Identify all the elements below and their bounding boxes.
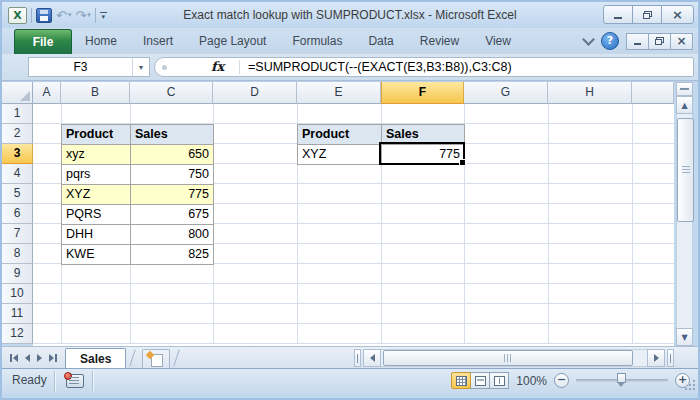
tab-page-layout[interactable]: Page Layout (186, 29, 279, 54)
column-headers: A B C D E F G H (2, 82, 674, 104)
column-header-e[interactable]: E (297, 82, 381, 104)
column-header-a[interactable]: A (33, 82, 61, 104)
normal-view-icon (456, 376, 467, 386)
previous-sheet-button[interactable] (25, 354, 30, 362)
row-header-8[interactable]: 8 (2, 244, 33, 264)
zoom-in-button[interactable]: + (675, 373, 690, 388)
horizontal-scroll-track[interactable] (381, 349, 647, 367)
column-header-h[interactable]: H (548, 82, 632, 104)
status-mode: Ready (12, 373, 47, 387)
page-layout-view-button[interactable] (470, 372, 490, 389)
arrow-left-icon (370, 354, 375, 362)
row-header-10[interactable]: 10 (2, 284, 33, 304)
row-header-5[interactable]: 5 (2, 184, 33, 204)
cell-c5[interactable]: 775 (131, 185, 214, 205)
insert-function-icon[interactable]: fx (211, 59, 224, 74)
zoom-level[interactable]: 100% (516, 374, 547, 388)
cell-c4[interactable]: 750 (131, 165, 214, 185)
normal-view-button[interactable] (451, 372, 471, 389)
last-sheet-button[interactable] (49, 354, 57, 362)
restore-icon (643, 11, 652, 19)
cell-c7[interactable]: 800 (131, 225, 214, 245)
worksheet-canvas[interactable]: Product Sales xyz 650 pqrs 750 XYZ 775 P… (33, 104, 674, 346)
row-header-4[interactable]: 4 (2, 164, 33, 184)
scroll-left-button[interactable] (363, 349, 381, 367)
name-box-dropdown-icon[interactable]: ▾ (132, 58, 149, 76)
tab-data[interactable]: Data (355, 29, 406, 54)
first-sheet-button[interactable] (10, 354, 18, 362)
close-button[interactable]: × (661, 5, 694, 24)
restore-button[interactable] (632, 5, 662, 24)
workbook-restore-button[interactable] (648, 33, 671, 50)
split-handle-icon (680, 88, 689, 90)
page-break-view-button[interactable] (489, 372, 509, 389)
tab-review[interactable]: Review (407, 29, 472, 54)
zoom-slider-thumb[interactable] (617, 373, 626, 383)
fill-handle[interactable] (459, 159, 466, 166)
resize-grip-icon[interactable] (693, 388, 695, 390)
column-header-partial[interactable] (632, 82, 674, 104)
column-header-c[interactable]: C (130, 82, 213, 104)
cell-b6[interactable]: PQRS (62, 205, 131, 225)
select-all-button[interactable] (2, 82, 33, 104)
status-bar: Ready 100% − + (2, 368, 698, 393)
cell-b4[interactable]: pqrs (62, 165, 131, 185)
table-header-cell[interactable]: Product (298, 125, 382, 145)
zoom-slider-track[interactable] (576, 379, 668, 382)
minimize-button[interactable] (603, 5, 633, 24)
cell-b3[interactable]: xyz (62, 145, 131, 165)
tab-file[interactable]: File (14, 29, 72, 54)
vertical-scroll-thumb[interactable] (677, 118, 694, 222)
scroll-right-button[interactable] (647, 349, 665, 367)
column-header-d[interactable]: D (213, 82, 297, 104)
active-cell-selection[interactable] (379, 142, 465, 165)
vertical-scroll-track[interactable] (676, 114, 693, 328)
row-header-2[interactable]: 2 (2, 124, 33, 144)
cell-b8[interactable]: KWE (62, 245, 131, 265)
name-box[interactable]: F3 ▾ (28, 57, 150, 77)
tab-formulas[interactable]: Formulas (279, 29, 355, 54)
tab-home[interactable]: Home (72, 29, 130, 54)
scroll-up-button[interactable]: ▲ (676, 96, 693, 114)
workbook-close-button[interactable]: × (670, 33, 693, 50)
column-header-f[interactable]: F (381, 82, 464, 104)
cell-c6[interactable]: 675 (131, 205, 214, 225)
row-header-6[interactable]: 6 (2, 204, 33, 224)
row-header-1[interactable]: 1 (2, 104, 33, 124)
cell-c3[interactable]: 650 (131, 145, 214, 165)
formula-input[interactable]: fx =SUMPRODUCT(--(EXACT(E3,B3:B8)),C3:C8… (154, 57, 694, 77)
sheet-tab-sales[interactable]: Sales (65, 348, 126, 370)
cell-c8[interactable]: 825 (131, 245, 214, 265)
horizontal-split-handle[interactable] (667, 349, 674, 367)
row-header-9[interactable]: 9 (2, 264, 33, 284)
row-header-12[interactable]: 12 (2, 324, 33, 344)
tab-split-handle[interactable] (354, 349, 361, 367)
table-header-cell[interactable]: Product (62, 125, 131, 145)
column-header-g[interactable]: G (464, 82, 548, 104)
column-header-b[interactable]: B (61, 82, 130, 104)
arrow-left-icon (25, 354, 30, 362)
cell-b5[interactable]: XYZ (62, 185, 131, 205)
insert-worksheet-button[interactable] (142, 349, 170, 370)
title-bar[interactable]: X ↶ ▾ ↷ ▾ ▾ Exact match lookup with SUMP… (2, 2, 698, 28)
row-header-7[interactable]: 7 (2, 224, 33, 244)
zoom-out-button[interactable]: − (554, 373, 569, 388)
excel-window: X ↶ ▾ ↷ ▾ ▾ Exact match lookup with SUMP… (0, 0, 700, 400)
macro-record-icon[interactable] (66, 374, 84, 388)
scroll-down-button[interactable]: ▼ (676, 328, 693, 346)
row-header-3[interactable]: 3 (2, 144, 33, 164)
tab-view[interactable]: View (472, 29, 524, 54)
help-icon[interactable]: ? (601, 32, 619, 50)
next-sheet-button[interactable] (37, 354, 42, 362)
vertical-split-handle[interactable] (676, 82, 693, 96)
cell-b7[interactable]: DHH (62, 225, 131, 245)
table-header-cell[interactable]: Sales (131, 125, 214, 145)
divider (130, 349, 137, 366)
workbook-minimize-button[interactable] (626, 33, 649, 50)
expand-ribbon-chevron-icon[interactable] (582, 33, 595, 46)
horizontal-scroll-thumb[interactable] (383, 350, 633, 366)
cell-e3[interactable]: XYZ (298, 145, 382, 165)
formula-bar-grip-icon[interactable] (162, 65, 167, 70)
tab-insert[interactable]: Insert (130, 29, 186, 54)
row-header-11[interactable]: 11 (2, 304, 33, 324)
